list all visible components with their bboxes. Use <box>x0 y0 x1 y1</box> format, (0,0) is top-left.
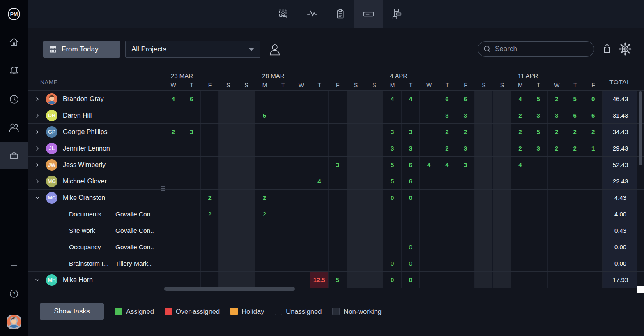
workload-cell[interactable] <box>292 222 310 239</box>
workload-cell[interactable] <box>493 124 511 140</box>
workload-cell[interactable] <box>182 239 200 255</box>
workload-cell[interactable] <box>456 255 474 271</box>
workload-cell[interactable] <box>456 190 474 206</box>
sidebar-item-notifications[interactable] <box>0 59 28 82</box>
workload-cell[interactable] <box>456 272 474 288</box>
workload-cell[interactable]: 3 <box>548 107 566 123</box>
workload-cell[interactable]: 2 <box>255 206 274 222</box>
workload-cell[interactable] <box>548 157 566 173</box>
workload-cell[interactable] <box>475 206 493 222</box>
workload-cell[interactable]: 4 <box>164 91 182 107</box>
workload-cell[interactable] <box>548 190 566 206</box>
chevron-down-icon[interactable] <box>34 277 41 283</box>
workload-cell[interactable] <box>274 255 292 271</box>
workload-cell[interactable] <box>255 272 274 288</box>
workload-cell[interactable]: 5 <box>383 157 401 173</box>
workload-cell[interactable] <box>237 140 255 156</box>
workload-cell[interactable] <box>475 222 493 239</box>
workload-cell[interactable] <box>219 173 237 189</box>
workload-cell[interactable] <box>237 173 255 189</box>
workload-cell[interactable] <box>182 206 200 222</box>
workload-cell[interactable]: 3 <box>182 124 200 140</box>
workload-cell[interactable] <box>529 239 547 255</box>
workload-cell[interactable] <box>255 255 274 271</box>
workload-cell[interactable] <box>548 272 566 288</box>
workload-cell[interactable]: 4 <box>383 91 401 107</box>
workload-cell[interactable] <box>255 140 274 156</box>
workload-cell[interactable]: 6 <box>402 173 420 189</box>
tab-zoom-select[interactable] <box>269 0 298 28</box>
person-name-cell[interactable]: Brandon Gray <box>28 91 164 107</box>
sidebar-item-time[interactable] <box>0 88 28 111</box>
workload-cell[interactable]: 0 <box>402 255 420 271</box>
workload-cell[interactable] <box>201 173 219 189</box>
workload-cell[interactable] <box>566 222 584 239</box>
workload-cell[interactable] <box>329 91 347 107</box>
workload-cell[interactable]: 4 <box>511 91 529 107</box>
workload-cell[interactable] <box>164 272 182 288</box>
workload-cell[interactable] <box>548 239 566 255</box>
workload-cell[interactable] <box>329 255 347 271</box>
workload-cell[interactable] <box>584 190 602 206</box>
workload-cell[interactable] <box>493 157 511 173</box>
workload-cell[interactable] <box>274 91 292 107</box>
workload-cell[interactable] <box>493 190 511 206</box>
workload-cell[interactable] <box>255 222 274 239</box>
workload-cell[interactable] <box>402 107 420 123</box>
people-filter-button[interactable] <box>267 42 283 57</box>
person-name-cell[interactable]: DHDaren Hill <box>28 107 164 123</box>
workload-cell[interactable] <box>164 255 182 271</box>
workload-cell[interactable] <box>237 222 255 239</box>
workload-cell[interactable] <box>420 107 438 123</box>
workload-cell[interactable]: 6 <box>456 91 474 107</box>
workload-cell[interactable] <box>420 140 438 156</box>
workload-cell[interactable] <box>164 190 182 206</box>
workload-cell[interactable] <box>201 255 219 271</box>
workload-cell[interactable]: 2 <box>255 190 274 206</box>
chevron-right-icon[interactable] <box>34 162 41 168</box>
workload-cell[interactable] <box>182 140 200 156</box>
search-input[interactable] <box>495 45 581 53</box>
workload-cell[interactable] <box>182 107 200 123</box>
workload-cell[interactable] <box>274 140 292 156</box>
workload-cell[interactable] <box>164 222 182 239</box>
workload-cell[interactable]: 5 <box>255 107 274 123</box>
workload-cell[interactable] <box>274 239 292 255</box>
workload-cell[interactable] <box>383 206 401 222</box>
workload-cell[interactable] <box>365 140 383 156</box>
workload-cell[interactable] <box>310 124 329 140</box>
workload-cell[interactable] <box>347 140 365 156</box>
workload-cell[interactable] <box>365 91 383 107</box>
workload-cell[interactable] <box>420 222 438 239</box>
workload-cell[interactable]: 4 <box>438 157 456 173</box>
workload-cell[interactable] <box>329 140 347 156</box>
workload-cell[interactable] <box>529 206 547 222</box>
workload-cell[interactable] <box>347 239 365 255</box>
workload-cell[interactable] <box>292 255 310 271</box>
workload-cell[interactable] <box>292 107 310 123</box>
workload-cell[interactable] <box>292 272 310 288</box>
workload-cell[interactable]: 3 <box>529 107 547 123</box>
workload-cell[interactable] <box>420 239 438 255</box>
workload-cell[interactable]: 3 <box>456 107 474 123</box>
workload-cell[interactable] <box>237 124 255 140</box>
tab-activity[interactable] <box>298 0 326 28</box>
workload-cell[interactable]: 4 <box>420 157 438 173</box>
workload-cell[interactable] <box>274 124 292 140</box>
workload-cell[interactable] <box>548 173 566 189</box>
sidebar-add-button[interactable] <box>0 254 28 277</box>
column-resize-handle[interactable] <box>161 186 165 193</box>
workload-cell[interactable] <box>566 157 584 173</box>
workload-cell[interactable]: 5 <box>383 173 401 189</box>
workload-cell[interactable]: 2 <box>566 140 584 156</box>
workload-cell[interactable] <box>219 91 237 107</box>
workload-cell[interactable] <box>493 206 511 222</box>
workload-cell[interactable] <box>201 222 219 239</box>
workload-cell[interactable] <box>182 190 200 206</box>
workload-cell[interactable]: 3 <box>402 124 420 140</box>
workload-cell[interactable] <box>475 157 493 173</box>
workload-cell[interactable]: 3 <box>456 140 474 156</box>
workload-cell[interactable] <box>493 140 511 156</box>
tab-roadmap[interactable] <box>383 0 411 28</box>
task-name-cell[interactable]: Brainstorm I...Tillery Mark.. <box>28 255 164 271</box>
